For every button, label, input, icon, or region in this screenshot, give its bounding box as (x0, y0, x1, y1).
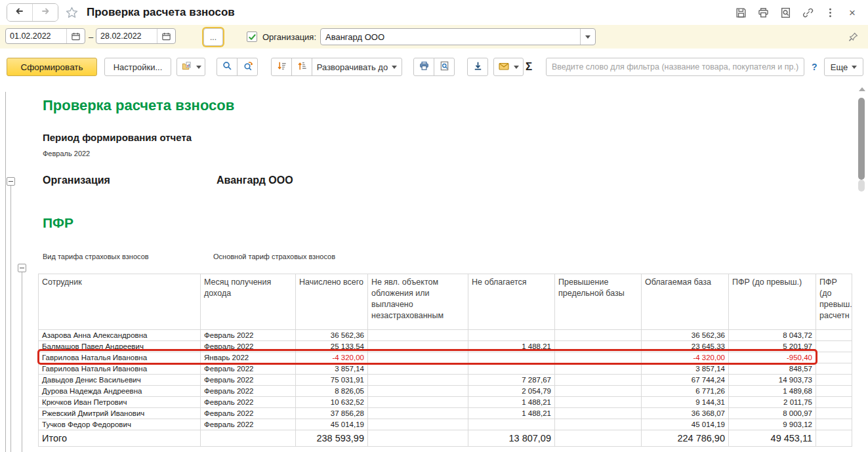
total-cell[interactable] (201, 430, 296, 447)
scrollbar-thumb[interactable] (858, 98, 865, 180)
table-cell[interactable]: 23 645,33 (642, 341, 729, 352)
generate-button[interactable]: Сформировать (7, 58, 97, 76)
table-cell[interactable]: 3 857,14 (296, 363, 368, 375)
preview-icon[interactable] (779, 6, 792, 19)
column-header[interactable]: Сотрудник (39, 274, 201, 330)
table-cell[interactable]: Февраль 2022 (201, 408, 296, 419)
table-cell[interactable] (468, 330, 555, 341)
period-more-button[interactable]: ... (203, 28, 223, 46)
more-button[interactable]: Еще (824, 58, 863, 76)
column-header[interactable]: Не явл. объектом обложения или выплачено… (368, 274, 468, 330)
column-header[interactable]: ПФР (до превыш.) расчетн (816, 274, 852, 330)
table-cell[interactable] (555, 352, 642, 363)
table-cell[interactable] (816, 352, 852, 363)
table-cell[interactable]: -4 320,00 (642, 352, 729, 363)
send-email-button[interactable] (493, 58, 524, 76)
table-cell[interactable]: Азарова Анна Александровна (39, 330, 201, 341)
table-cell[interactable]: 7 287,67 (468, 375, 555, 386)
forward-button[interactable] (32, 4, 58, 21)
help-button[interactable]: ? (812, 58, 817, 76)
table-cell[interactable] (816, 375, 852, 386)
table-cell[interactable]: 36 562,36 (642, 330, 729, 341)
table-cell[interactable]: 8 000,97 (729, 408, 816, 419)
table-cell[interactable] (468, 352, 555, 363)
table-cell[interactable]: Гаврилова Наталья Ивановна (39, 363, 201, 375)
save-icon[interactable] (734, 6, 747, 19)
table-cell[interactable]: 9 903,12 (729, 419, 816, 430)
table-cell[interactable] (816, 419, 852, 430)
collapse-group-button[interactable] (18, 264, 26, 272)
total-cell[interactable] (555, 430, 642, 447)
table-cell[interactable] (368, 419, 468, 430)
table-cell[interactable] (816, 397, 852, 408)
total-cell[interactable]: 13 807,09 (468, 430, 555, 447)
collapse-group-button[interactable] (7, 177, 15, 186)
table-cell[interactable]: 75 031,91 (296, 375, 368, 386)
pin-icon[interactable] (847, 30, 860, 46)
column-header[interactable]: Превышение предельной базы (555, 274, 642, 330)
cancel-search-button[interactable] (237, 58, 258, 76)
table-cell[interactable]: 3 857,14 (642, 363, 729, 375)
table-cell[interactable]: 1 489,68 (729, 386, 816, 397)
total-cell[interactable] (368, 430, 468, 447)
table-cell[interactable] (368, 352, 468, 363)
scroll-up-arrow-icon[interactable] (859, 87, 865, 91)
table-cell[interactable] (368, 397, 468, 408)
quick-filter-input[interactable] (546, 58, 804, 76)
table-cell[interactable]: 45 014,19 (642, 419, 729, 430)
settings-button[interactable]: Настройки... (104, 58, 171, 76)
table-cell[interactable] (368, 330, 468, 341)
table-cell[interactable] (816, 408, 852, 419)
total-cell[interactable] (816, 430, 852, 447)
table-cell[interactable]: Балмашов Павел Андреевич (39, 341, 201, 352)
back-button[interactable] (7, 4, 32, 21)
table-cell[interactable]: 848,57 (729, 363, 816, 375)
total-cell[interactable]: 238 593,99 (296, 430, 368, 447)
table-cell[interactable]: 6 771,26 (642, 386, 729, 397)
table-cell[interactable]: Тучков Федор Федорович (39, 419, 201, 430)
table-cell[interactable] (816, 330, 852, 341)
table-cell[interactable]: Февраль 2022 (201, 419, 296, 430)
table-cell[interactable]: 5 201,97 (729, 341, 816, 352)
table-cell[interactable] (468, 419, 555, 430)
table-cell[interactable] (468, 363, 555, 375)
report-variants-button[interactable] (176, 58, 205, 76)
table-cell[interactable]: Февраль 2022 (201, 386, 296, 397)
calendar-icon[interactable] (66, 29, 84, 43)
table-cell[interactable]: 2 011,75 (729, 397, 816, 408)
table-cell[interactable] (368, 408, 468, 419)
sort-ascending-button[interactable] (291, 58, 312, 76)
table-cell[interactable] (368, 375, 468, 386)
print-button[interactable] (413, 58, 434, 76)
table-cell[interactable]: 1 488,21 (468, 397, 555, 408)
date-from-field[interactable] (5, 28, 85, 44)
save-result-button[interactable] (467, 58, 488, 76)
column-header[interactable]: ПФР (до превыш.) (729, 274, 816, 330)
column-header[interactable]: Не облагается (468, 274, 555, 330)
table-cell[interactable] (555, 386, 642, 397)
table-cell[interactable] (368, 386, 468, 397)
total-cell[interactable]: 224 786,90 (642, 430, 729, 447)
table-cell[interactable]: Февраль 2022 (201, 363, 296, 375)
date-to-field[interactable] (96, 28, 176, 44)
table-cell[interactable]: Ржевский Дмитрий Иванович (39, 408, 201, 419)
table-cell[interactable] (555, 375, 642, 386)
table-cell[interactable] (368, 363, 468, 375)
table-cell[interactable]: Февраль 2022 (201, 341, 296, 352)
table-cell[interactable]: 1 488,21 (468, 341, 555, 352)
close-icon[interactable]: × (846, 6, 859, 19)
table-cell[interactable]: 36 562,36 (296, 330, 368, 341)
table-cell[interactable]: 67 744,24 (642, 375, 729, 386)
table-cell[interactable]: 9 144,31 (642, 397, 729, 408)
table-cell[interactable]: Гаврилова Наталья Ивановна (39, 352, 201, 363)
table-cell[interactable]: 10 632,52 (296, 397, 368, 408)
table-cell[interactable]: Январь 2022 (201, 352, 296, 363)
print-preview-button[interactable] (434, 58, 455, 76)
table-cell[interactable]: 8 043,72 (729, 330, 816, 341)
table-cell[interactable] (555, 363, 642, 375)
table-cell[interactable]: 45 014,19 (296, 419, 368, 430)
sum-sigma-button[interactable]: Σ (526, 58, 532, 76)
total-cell[interactable]: 49 453,11 (729, 430, 816, 447)
table-cell[interactable]: 36 368,07 (642, 408, 729, 419)
table-cell[interactable] (555, 330, 642, 341)
